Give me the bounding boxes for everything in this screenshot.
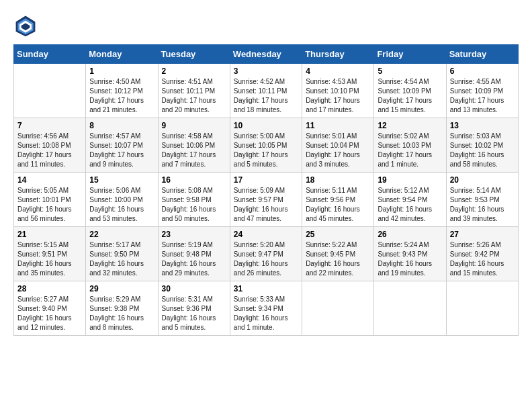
cell-content: Sunrise: 5:24 AM Sunset: 9:43 PM Dayligh…	[378, 240, 442, 278]
day-number: 18	[306, 175, 370, 185]
day-number: 17	[234, 175, 298, 185]
weekday-header-row: SundayMondayTuesdayWednesdayThursdayFrid…	[14, 45, 519, 64]
calendar-cell: 4Sunrise: 4:53 AM Sunset: 10:10 PM Dayli…	[302, 64, 374, 118]
cell-content: Sunrise: 5:27 AM Sunset: 9:40 PM Dayligh…	[17, 295, 82, 332]
calendar-cell: 8Sunrise: 4:57 AM Sunset: 10:07 PM Dayli…	[86, 118, 158, 173]
cell-content: Sunrise: 4:55 AM Sunset: 10:09 PM Daylig…	[450, 77, 515, 115]
calendar-cell: 23Sunrise: 5:19 AM Sunset: 9:48 PM Dayli…	[158, 227, 230, 281]
day-number: 1	[89, 66, 154, 76]
calendar-cell: 18Sunrise: 5:11 AM Sunset: 9:56 PM Dayli…	[302, 173, 374, 227]
calendar-cell: 31Sunrise: 5:33 AM Sunset: 9:34 PM Dayli…	[230, 281, 302, 336]
day-number: 2	[162, 66, 226, 76]
calendar-cell: 19Sunrise: 5:12 AM Sunset: 9:54 PM Dayli…	[374, 173, 446, 227]
day-number: 15	[89, 175, 154, 185]
calendar-cell: 20Sunrise: 5:14 AM Sunset: 9:53 PM Dayli…	[446, 173, 518, 227]
calendar-cell: 29Sunrise: 5:29 AM Sunset: 9:38 PM Dayli…	[86, 281, 158, 336]
calendar-cell: 16Sunrise: 5:08 AM Sunset: 9:58 PM Dayli…	[158, 173, 230, 227]
cell-content: Sunrise: 5:15 AM Sunset: 9:51 PM Dayligh…	[17, 240, 82, 278]
cell-content: Sunrise: 4:56 AM Sunset: 10:08 PM Daylig…	[17, 132, 82, 169]
calendar-week-row: 14Sunrise: 5:05 AM Sunset: 10:01 PM Dayl…	[14, 173, 519, 227]
cell-content: Sunrise: 5:31 AM Sunset: 9:36 PM Dayligh…	[162, 295, 226, 332]
weekday-header: Thursday	[302, 45, 374, 64]
day-number: 30	[162, 284, 226, 293]
cell-content: Sunrise: 4:54 AM Sunset: 10:09 PM Daylig…	[378, 77, 442, 115]
cell-content: Sunrise: 4:57 AM Sunset: 10:07 PM Daylig…	[89, 132, 154, 169]
cell-content: Sunrise: 5:06 AM Sunset: 10:00 PM Daylig…	[89, 186, 154, 224]
cell-content: Sunrise: 4:51 AM Sunset: 10:11 PM Daylig…	[162, 77, 226, 115]
cell-content: Sunrise: 5:09 AM Sunset: 9:57 PM Dayligh…	[234, 186, 298, 224]
calendar-cell: 7Sunrise: 4:56 AM Sunset: 10:08 PM Dayli…	[14, 118, 86, 173]
cell-content: Sunrise: 4:50 AM Sunset: 10:12 PM Daylig…	[89, 77, 154, 115]
calendar-cell: 22Sunrise: 5:17 AM Sunset: 9:50 PM Dayli…	[86, 227, 158, 281]
day-number: 20	[450, 175, 515, 185]
calendar-week-row: 1Sunrise: 4:50 AM Sunset: 10:12 PM Dayli…	[14, 64, 519, 118]
day-number: 29	[89, 284, 154, 293]
day-number: 25	[306, 230, 370, 239]
cell-content: Sunrise: 5:26 AM Sunset: 9:42 PM Dayligh…	[450, 240, 515, 278]
cell-content: Sunrise: 5:11 AM Sunset: 9:56 PM Dayligh…	[306, 186, 370, 224]
calendar-table: SundayMondayTuesdayWednesdayThursdayFrid…	[13, 44, 519, 336]
weekday-header: Sunday	[14, 45, 86, 64]
calendar-cell: 27Sunrise: 5:26 AM Sunset: 9:42 PM Dayli…	[446, 227, 518, 281]
day-number: 10	[234, 121, 298, 130]
cell-content: Sunrise: 5:14 AM Sunset: 9:53 PM Dayligh…	[450, 186, 515, 224]
cell-content: Sunrise: 5:19 AM Sunset: 9:48 PM Dayligh…	[162, 240, 226, 278]
day-number: 11	[306, 121, 370, 130]
cell-content: Sunrise: 5:01 AM Sunset: 10:04 PM Daylig…	[306, 132, 370, 169]
calendar-cell	[14, 64, 86, 118]
weekday-header: Monday	[86, 45, 158, 64]
cell-content: Sunrise: 5:08 AM Sunset: 9:58 PM Dayligh…	[162, 186, 226, 224]
day-number: 12	[378, 121, 442, 130]
cell-content: Sunrise: 5:05 AM Sunset: 10:01 PM Daylig…	[17, 186, 82, 224]
cell-content: Sunrise: 5:29 AM Sunset: 9:38 PM Dayligh…	[89, 295, 154, 332]
cell-content: Sunrise: 5:02 AM Sunset: 10:03 PM Daylig…	[378, 132, 442, 169]
calendar-cell: 11Sunrise: 5:01 AM Sunset: 10:04 PM Dayl…	[302, 118, 374, 173]
day-number: 9	[162, 121, 226, 130]
day-number: 7	[17, 121, 82, 130]
day-number: 16	[162, 175, 226, 185]
calendar-cell: 1Sunrise: 4:50 AM Sunset: 10:12 PM Dayli…	[86, 64, 158, 118]
day-number: 19	[378, 175, 442, 185]
calendar-cell: 15Sunrise: 5:06 AM Sunset: 10:00 PM Dayl…	[86, 173, 158, 227]
day-number: 13	[450, 121, 515, 130]
weekday-header: Tuesday	[158, 45, 230, 64]
cell-content: Sunrise: 5:22 AM Sunset: 9:45 PM Dayligh…	[306, 240, 370, 278]
calendar-cell: 3Sunrise: 4:52 AM Sunset: 10:11 PM Dayli…	[230, 64, 302, 118]
calendar-cell: 13Sunrise: 5:03 AM Sunset: 10:02 PM Dayl…	[446, 118, 518, 173]
calendar-cell: 6Sunrise: 4:55 AM Sunset: 10:09 PM Dayli…	[446, 64, 518, 118]
calendar-cell: 5Sunrise: 4:54 AM Sunset: 10:09 PM Dayli…	[374, 64, 446, 118]
cell-content: Sunrise: 5:00 AM Sunset: 10:05 PM Daylig…	[234, 132, 298, 169]
cell-content: Sunrise: 5:20 AM Sunset: 9:47 PM Dayligh…	[234, 240, 298, 278]
calendar-cell	[446, 281, 518, 336]
cell-content: Sunrise: 5:17 AM Sunset: 9:50 PM Dayligh…	[89, 240, 154, 278]
day-number: 28	[17, 284, 82, 293]
day-number: 24	[234, 230, 298, 239]
day-number: 22	[89, 230, 154, 239]
day-number: 8	[89, 121, 154, 130]
calendar-week-row: 7Sunrise: 4:56 AM Sunset: 10:08 PM Dayli…	[14, 118, 519, 173]
day-number: 27	[450, 230, 515, 239]
calendar-cell: 28Sunrise: 5:27 AM Sunset: 9:40 PM Dayli…	[14, 281, 86, 336]
weekday-header: Saturday	[446, 45, 518, 64]
day-number: 3	[234, 66, 298, 76]
calendar-cell: 21Sunrise: 5:15 AM Sunset: 9:51 PM Dayli…	[14, 227, 86, 281]
page-header	[13, 13, 519, 38]
calendar-cell: 2Sunrise: 4:51 AM Sunset: 10:11 PM Dayli…	[158, 64, 230, 118]
cell-content: Sunrise: 5:33 AM Sunset: 9:34 PM Dayligh…	[234, 295, 298, 332]
cell-content: Sunrise: 5:12 AM Sunset: 9:54 PM Dayligh…	[378, 186, 442, 224]
cell-content: Sunrise: 4:58 AM Sunset: 10:06 PM Daylig…	[162, 132, 226, 169]
day-number: 21	[17, 230, 82, 239]
day-number: 6	[450, 66, 515, 76]
calendar-cell	[302, 281, 374, 336]
logo	[13, 13, 42, 38]
calendar-cell: 12Sunrise: 5:02 AM Sunset: 10:03 PM Dayl…	[374, 118, 446, 173]
calendar-cell: 14Sunrise: 5:05 AM Sunset: 10:01 PM Dayl…	[14, 173, 86, 227]
day-number: 4	[306, 66, 370, 76]
calendar-cell: 25Sunrise: 5:22 AM Sunset: 9:45 PM Dayli…	[302, 227, 374, 281]
calendar-cell: 24Sunrise: 5:20 AM Sunset: 9:47 PM Dayli…	[230, 227, 302, 281]
calendar-cell	[374, 281, 446, 336]
day-number: 31	[234, 284, 298, 293]
weekday-header: Wednesday	[230, 45, 302, 64]
weekday-header: Friday	[374, 45, 446, 64]
cell-content: Sunrise: 4:53 AM Sunset: 10:10 PM Daylig…	[306, 77, 370, 115]
